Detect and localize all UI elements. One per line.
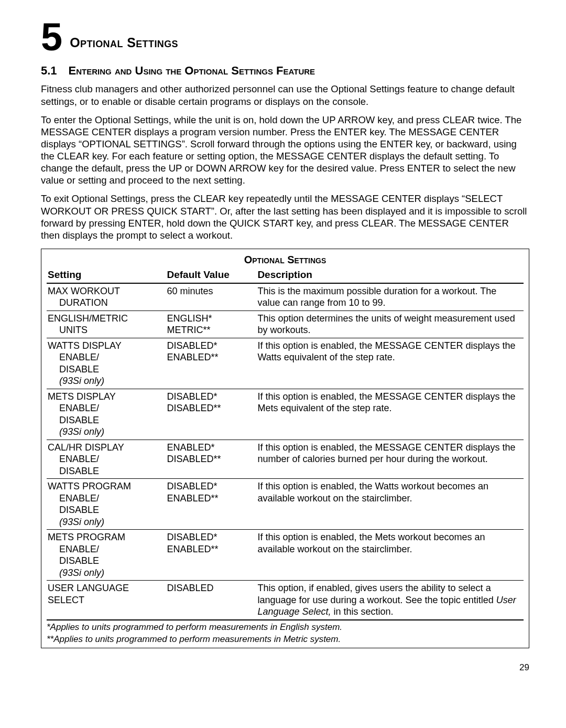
default-value: DISABLED* <box>167 391 255 403</box>
cell-setting: MAX WORKOUTDURATION <box>47 283 166 311</box>
setting-sub: DISABLE <box>48 363 164 376</box>
setting-main: USER LANGUAGE SELECT <box>48 582 164 606</box>
body-paragraph: To enter the Optional Settings, while th… <box>41 114 529 187</box>
setting-sub: ENABLE/ <box>48 493 164 505</box>
cell-description: If this option is enabled, the MESSAGE C… <box>256 389 524 440</box>
setting-sub: ENABLE/ <box>48 351 164 363</box>
page: 5 Optional Settings 5.1 Entering and Usi… <box>0 0 566 728</box>
cell-description: If this option is enabled, the Mets work… <box>256 530 524 581</box>
setting-sub: DISABLE <box>48 465 164 477</box>
col-header-description: Description <box>256 267 524 283</box>
body-paragraph: Fitness club managers and other authoriz… <box>41 83 529 107</box>
table-footnote: *Applies to units programmed to perform … <box>47 622 524 633</box>
cell-description: This option determines the units of weig… <box>256 311 524 338</box>
default-value: ENABLED** <box>167 493 255 505</box>
default-value: ENABLED** <box>167 543 255 555</box>
setting-note: (93Si only) <box>48 375 164 387</box>
table-row: ENGLISH/METRICUNITSENGLISH*METRIC**This … <box>47 311 524 338</box>
setting-main: WATTS PROGRAM <box>48 480 164 493</box>
default-value: DISABLED** <box>167 453 255 465</box>
table-row: WATTS DISPLAYENABLE/DISABLE(93Si only)DI… <box>47 338 524 389</box>
cell-description: This option, if enabled, gives users the… <box>256 581 524 620</box>
setting-note: (93Si only) <box>48 516 164 528</box>
cell-default: ENGLISH*METRIC** <box>166 311 257 338</box>
cell-description: If this option is enabled, the MESSAGE C… <box>256 440 524 479</box>
cell-setting: ENGLISH/METRICUNITS <box>47 311 166 338</box>
default-value: METRIC** <box>167 324 255 336</box>
cell-description: This is the maximum possible duration fo… <box>256 283 524 311</box>
default-value: DISABLED* <box>167 480 255 493</box>
page-number: 29 <box>41 662 529 673</box>
col-header-setting: Setting <box>47 267 166 283</box>
section-header: 5.1 Entering and Using the Optional Sett… <box>41 63 529 78</box>
table-footnote: **Applies to units programmed to perform… <box>47 634 524 645</box>
setting-note: (93Si only) <box>48 426 164 438</box>
default-value: 60 minutes <box>167 285 255 297</box>
cell-default: 60 minutes <box>166 283 257 311</box>
optional-settings-table: Setting Default Value Description MAX WO… <box>47 267 524 620</box>
description-text: in this section. <box>331 606 394 617</box>
cell-default: DISABLED <box>166 581 257 620</box>
cell-setting: METS DISPLAYENABLE/DISABLE(93Si only) <box>47 389 166 440</box>
optional-settings-table-wrap: Optional Settings Setting Default Value … <box>41 249 529 648</box>
table-row: METS PROGRAMENABLE/DISABLE(93Si only)DIS… <box>47 530 524 581</box>
setting-main: MAX WORKOUT <box>48 285 164 297</box>
default-value: DISABLED <box>167 582 255 594</box>
table-title: Optional Settings <box>47 253 524 266</box>
cell-default: DISABLED*DISABLED** <box>166 389 257 440</box>
setting-sub: ENABLE/ <box>48 402 164 414</box>
cell-setting: CAL/HR DISPLAYENABLE/DISABLE <box>47 440 166 479</box>
setting-sub: DISABLE <box>48 504 164 516</box>
col-header-default: Default Value <box>166 267 257 283</box>
setting-main: METS PROGRAM <box>48 531 164 543</box>
table-header-row: Setting Default Value Description <box>47 267 524 283</box>
table-row: CAL/HR DISPLAYENABLE/DISABLEENABLED*DISA… <box>47 440 524 479</box>
table-row: USER LANGUAGE SELECTDISABLEDThis option,… <box>47 581 524 620</box>
table-row: MAX WORKOUTDURATION60 minutesThis is the… <box>47 283 524 311</box>
cell-description: If this option is enabled, the MESSAGE C… <box>256 338 524 389</box>
default-value: ENABLED* <box>167 442 255 454</box>
setting-sub: UNITS <box>48 324 164 336</box>
section-title: Entering and Using the Optional Settings… <box>69 63 315 78</box>
setting-note: (93Si only) <box>48 567 164 579</box>
setting-sub: DISABLE <box>48 555 164 567</box>
setting-main: ENGLISH/METRIC <box>48 313 164 325</box>
cell-default: DISABLED*ENABLED** <box>166 479 257 530</box>
table-row: WATTS PROGRAMENABLE/DISABLE(93Si only)DI… <box>47 479 524 530</box>
cell-default: DISABLED*ENABLED** <box>166 530 257 581</box>
cell-setting: METS PROGRAMENABLE/DISABLE(93Si only) <box>47 530 166 581</box>
setting-sub: DISABLE <box>48 414 164 426</box>
chapter-number: 5 <box>41 21 62 54</box>
setting-sub: ENABLE/ <box>48 453 164 465</box>
default-value: DISABLED** <box>167 402 255 414</box>
chapter-header: 5 Optional Settings <box>41 21 529 54</box>
setting-main: CAL/HR DISPLAY <box>48 442 164 454</box>
default-value: DISABLED* <box>167 531 255 543</box>
cell-setting: WATTS DISPLAYENABLE/DISABLE(93Si only) <box>47 338 166 389</box>
body-paragraph: To exit Optional Settings, press the CLE… <box>41 192 529 241</box>
table-row: METS DISPLAYENABLE/DISABLE(93Si only)DIS… <box>47 389 524 440</box>
cell-setting: USER LANGUAGE SELECT <box>47 581 166 620</box>
setting-sub: ENABLE/ <box>48 543 164 555</box>
description-text: This option, if enabled, gives users the… <box>257 583 496 605</box>
default-value: DISABLED* <box>167 340 255 352</box>
setting-sub: DURATION <box>48 297 164 309</box>
cell-default: ENABLED*DISABLED** <box>166 440 257 479</box>
cell-description: If this option is enabled, the Watts wor… <box>256 479 524 530</box>
section-number: 5.1 <box>41 63 57 78</box>
chapter-title: Optional Settings <box>70 35 178 54</box>
cell-setting: WATTS PROGRAMENABLE/DISABLE(93Si only) <box>47 479 166 530</box>
setting-main: METS DISPLAY <box>48 391 164 403</box>
setting-main: WATTS DISPLAY <box>48 340 164 352</box>
default-value: ENABLED** <box>167 351 255 363</box>
default-value: ENGLISH* <box>167 313 255 325</box>
cell-default: DISABLED*ENABLED** <box>166 338 257 389</box>
